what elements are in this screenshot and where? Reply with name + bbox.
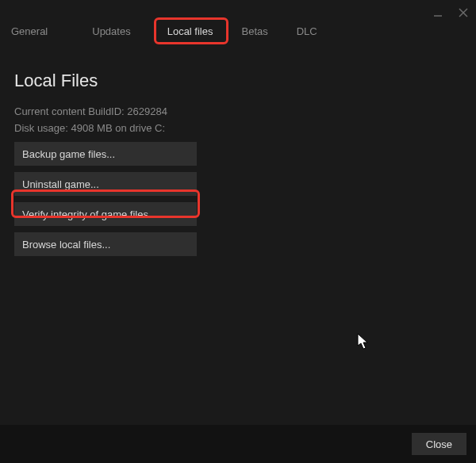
page-title: Local Files (14, 71, 462, 91)
uninstall-game-button[interactable]: Uninstall game... (14, 172, 197, 196)
build-id-line: Current content BuildID: 2629284 (14, 105, 462, 117)
verify-integrity-button[interactable]: Verify integrity of game files... (14, 202, 197, 226)
tab-updates[interactable]: Updates (70, 16, 152, 48)
tab-dlc[interactable]: DLC (282, 16, 332, 48)
tab-local-files[interactable]: Local files (153, 16, 228, 48)
browse-local-files-button[interactable]: Browse local files... (14, 232, 197, 256)
window-close-button[interactable] (455, 5, 471, 21)
actions-list: Backup game files... Uninstall game... V… (14, 142, 462, 256)
disk-usage-line: Disk usage: 4908 MB on drive C: (14, 122, 462, 134)
minimize-button[interactable] (430, 5, 446, 21)
tab-general[interactable]: General (0, 16, 70, 48)
content-area: Local Files Current content BuildID: 262… (0, 48, 476, 256)
footer-bar: Close (0, 425, 476, 463)
cursor-icon (357, 333, 370, 354)
tab-betas[interactable]: Betas (227, 16, 282, 48)
tabs-bar: General Updates Local files Betas DLC (0, 0, 476, 48)
backup-game-files-button[interactable]: Backup game files... (14, 142, 197, 166)
close-button[interactable]: Close (412, 433, 466, 455)
